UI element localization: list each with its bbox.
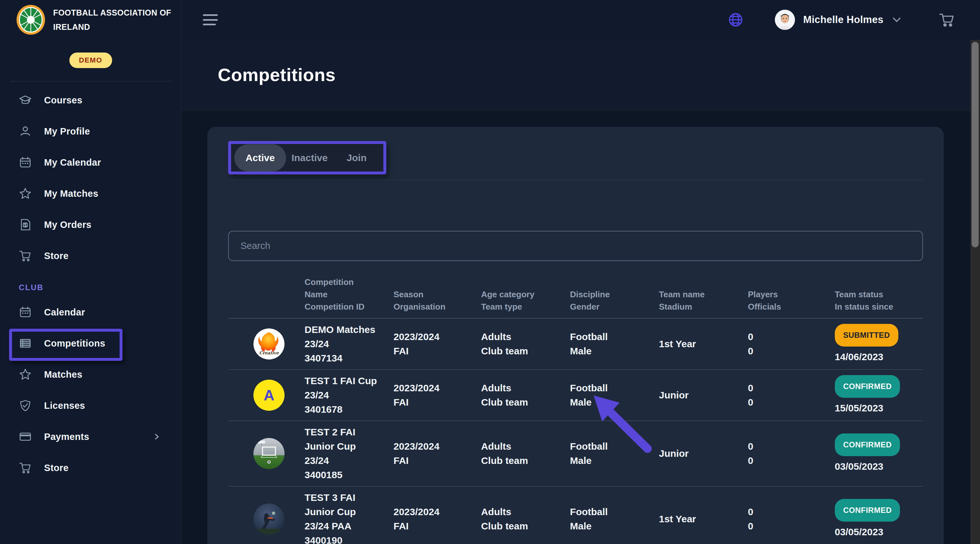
tabs-group: Active Inactive Join <box>231 144 383 172</box>
age-category-cell: AdultsClub team <box>481 381 570 410</box>
avatar[interactable] <box>775 10 795 30</box>
status-badge: CONFIRMED <box>835 375 900 398</box>
table-row[interactable]: TEST 3 FAIJunior Cup23/24 PAA3400190 202… <box>228 487 923 544</box>
person-icon <box>19 125 32 138</box>
table-header-row: CompetitionNameCompetition ID SeasonOrga… <box>228 276 923 319</box>
competition-name-cell: TEST 2 FAIJunior Cup23/243400185 <box>305 425 393 482</box>
tab-inactive[interactable]: Inactive <box>286 144 333 172</box>
list-table-icon <box>19 337 32 350</box>
main-content: Competitions Active Inactive Join <box>181 40 980 544</box>
sidebar-item-label: Store <box>44 250 69 261</box>
status-badge: SUBMITTED <box>835 324 899 346</box>
sidebar-item-label: My Calendar <box>44 157 101 168</box>
players-cell: 00 <box>748 330 835 358</box>
team-name-cell: Junior <box>659 388 748 402</box>
cart-icon <box>19 461 32 474</box>
sidebar-item-matches[interactable]: Matches <box>0 359 181 390</box>
search-input[interactable] <box>228 231 923 261</box>
sidebar: FOOTBALL ASSOCIATION OF IRELAND DEMO Cou… <box>0 0 181 544</box>
cart-button[interactable] <box>939 12 955 27</box>
tab-join[interactable]: Join <box>333 144 380 172</box>
competitions-table: CompetitionNameCompetition ID SeasonOrga… <box>228 276 923 544</box>
sidebar-item-licenses[interactable]: Licenses <box>0 390 181 421</box>
header-team-status: Team statusIn status since <box>835 288 922 313</box>
sidebar-item-my-calendar[interactable]: My Calendar <box>0 147 181 178</box>
sidebar-item-competitions[interactable]: Competitions <box>0 328 181 359</box>
content-area: Active Inactive Join CompetitionNameComp… <box>181 110 980 544</box>
status-badge: CONFIRMED <box>835 434 900 456</box>
demo-badge: DEMO <box>69 53 112 68</box>
calendar-icon <box>19 156 32 169</box>
season-cell: 2023/2024FAI <box>393 330 481 358</box>
page-title: Competitions <box>218 64 336 85</box>
calendar-icon <box>19 306 32 319</box>
club-section-label: CLUB <box>0 283 181 292</box>
graduation-cap-icon <box>19 94 32 107</box>
receipt-dollar-icon <box>19 218 32 231</box>
star-icon <box>19 187 32 200</box>
table-row[interactable]: TEST 2 FAIJunior Cup23/243400185 2023/20… <box>228 421 923 487</box>
app-root: FOOTBALL ASSOCIATION OF IRELAND DEMO Cou… <box>0 0 980 544</box>
brand-title: FOOTBALL ASSOCIATION OF IRELAND <box>53 5 171 34</box>
sidebar-item-label: Courses <box>44 95 82 106</box>
season-cell: 2023/2024FAI <box>393 505 481 533</box>
tab-active[interactable]: Active <box>234 144 286 172</box>
competition-logo: Creative <box>253 329 285 359</box>
discipline-cell: FootballMale <box>570 505 659 533</box>
sidebar-item-my-orders[interactable]: My Orders <box>0 209 181 240</box>
scrollbar-track[interactable] <box>970 40 980 544</box>
season-cell: 2023/2024FAI <box>393 381 481 410</box>
status-since: 03/05/2023 <box>835 459 922 474</box>
sidebar-item-payments[interactable]: Payments <box>0 421 181 452</box>
sidebar-item-label: My Orders <box>44 220 91 230</box>
sidebar-item-club-store[interactable]: Store <box>0 452 181 483</box>
annotation-box-tabs: Active Inactive Join <box>228 141 386 174</box>
svg-text:Creative: Creative <box>259 351 279 355</box>
sidebar-item-calendar[interactable]: Calendar <box>0 297 181 328</box>
header-players: PlayersOfficials <box>748 288 835 313</box>
competition-logo <box>253 504 285 534</box>
status-cell: CONFIRMED 03/05/2023 <box>835 434 922 474</box>
competitions-card: Active Inactive Join CompetitionNameComp… <box>207 127 944 544</box>
sidebar-item-label: Payments <box>44 431 89 442</box>
status-badge: CONFIRMED <box>835 499 900 522</box>
sidebar-item-label: Store <box>44 463 69 473</box>
age-category-cell: AdultsClub team <box>481 330 570 358</box>
sidebar-item-label: Matches <box>44 369 82 380</box>
table-row[interactable]: Creative DEMO Matches23/243407134 2023/2… <box>228 319 923 370</box>
user-name[interactable]: Michelle Holmes <box>803 14 883 26</box>
status-since: 15/05/2023 <box>835 401 922 415</box>
status-cell: CONFIRMED 15/05/2023 <box>835 375 922 415</box>
status-cell: CONFIRMED 03/05/2023 <box>835 499 922 539</box>
sidebar-item-label: Competitions <box>44 338 105 349</box>
header-discipline: DisciplineGender <box>570 288 659 313</box>
brand[interactable]: FOOTBALL ASSOCIATION OF IRELAND <box>0 0 181 40</box>
sidebar-divider <box>10 81 172 81</box>
sidebar-item-my-profile[interactable]: My Profile <box>0 116 181 147</box>
status-cell: SUBMITTED 14/06/2023 <box>835 324 922 364</box>
sidebar-item-my-matches[interactable]: My Matches <box>0 178 181 209</box>
chevron-right-icon <box>153 432 161 442</box>
header-competition-name: CompetitionNameCompetition ID <box>305 276 393 313</box>
sidebar-item-store[interactable]: Store <box>0 240 181 271</box>
team-name-cell: 1st Year <box>659 337 748 351</box>
table-body: Creative DEMO Matches23/243407134 2023/2… <box>228 319 923 544</box>
chevron-down-icon[interactable] <box>891 16 902 24</box>
players-cell: 00 <box>748 505 835 533</box>
sidebar-item-label: Calendar <box>44 307 85 318</box>
fai-logo-icon <box>16 4 46 35</box>
scrollbar-thumb[interactable] <box>972 42 979 247</box>
topbar: Michelle Holmes <box>181 0 980 40</box>
competition-logo: A <box>253 380 285 411</box>
team-name-cell: Junior <box>659 447 748 461</box>
sidebar-item-courses[interactable]: Courses <box>0 85 181 116</box>
cart-icon <box>19 249 32 262</box>
season-cell: 2023/2024FAI <box>393 439 481 468</box>
players-cell: 00 <box>748 439 835 468</box>
table-row[interactable]: A TEST 1 FAI Cup23/243401678 2023/2024FA… <box>228 370 923 421</box>
globe-language-button[interactable] <box>727 12 744 28</box>
hamburger-menu-button[interactable] <box>203 14 218 25</box>
sidebar-menu-personal: Courses My Profile My Calendar <box>0 85 181 271</box>
age-category-cell: AdultsClub team <box>481 505 570 533</box>
sidebar-item-label: Licenses <box>44 400 85 411</box>
